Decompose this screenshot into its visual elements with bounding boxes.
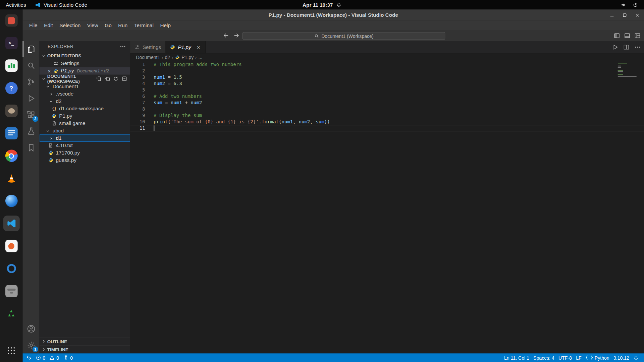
explorer-more-icon[interactable] [119,43,126,50]
tab-p1-py[interactable]: P1.py× [166,41,206,53]
tree-item-document1[interactable]: Document1 [40,83,130,90]
back-arrow-icon[interactable] [223,33,229,39]
more-icon[interactable] [634,44,641,51]
open-editor-settings[interactable]: Settings [40,60,130,67]
menu-selection[interactable]: Selection [56,22,84,29]
tree-item-abcd[interactable]: abcd [40,127,130,134]
code-line-7[interactable]: 7sum = num1 + num2 [130,100,644,106]
forward-arrow-icon[interactable] [233,33,239,39]
system-tray[interactable] [621,2,644,8]
close-button[interactable] [635,12,640,17]
status-cursor-position[interactable]: Ln 11, Col 1 [502,355,531,360]
activity-search[interactable] [22,57,39,74]
new-folder-icon[interactable] [104,76,110,81]
status-errors[interactable]: 0 [34,353,47,362]
refresh-icon[interactable] [113,76,119,81]
dock-blue-globe-app-icon[interactable] [3,193,19,208]
breadcrumb-document1[interactable]: Document1 [136,55,160,60]
dock-archive-app-icon[interactable] [3,283,19,299]
section-outline[interactable]: OUTLINE [40,337,130,345]
tab-settings[interactable]: Settings [130,41,166,53]
minimize-button[interactable] [609,12,614,17]
activity-run-and-debug[interactable] [22,90,39,107]
menu-edit[interactable]: Edit [41,22,56,29]
menu-file[interactable]: File [26,22,41,29]
activity-accounts[interactable] [22,320,39,337]
status-ports-forwarded[interactable]: 0 [61,353,75,362]
dock-terminal-app-icon[interactable]: >_ [3,35,19,51]
activity-testing[interactable] [22,123,39,139]
dock-vscode-app-icon[interactable] [3,216,19,231]
tree-item-vscode[interactable]: .vscode [40,90,130,98]
code-line-8[interactable]: 8 [130,106,644,112]
activity-source-control[interactable] [22,74,39,90]
activity-explorer[interactable] [22,41,39,57]
workspace-header[interactable]: DOCUMENT1 (WORKSPACE) [40,75,130,83]
status-eol-sequence[interactable]: LF [574,355,584,360]
status-warnings[interactable]: 0 [47,353,61,362]
dock-recycle-app-icon[interactable] [3,306,19,321]
menu-view[interactable]: View [84,22,102,29]
activities-button[interactable]: Activities [6,2,26,8]
section-timeline[interactable]: TIMELINE [40,345,130,353]
focused-app-indicator[interactable]: Visual Studio Code [35,2,87,8]
status-encoding[interactable]: UTF-8 [556,355,574,360]
dock-vlc-app-icon[interactable] [3,171,19,186]
split-editor-icon[interactable] [623,44,630,51]
dock-orange-square-app-icon[interactable] [3,13,19,28]
close-icon[interactable]: × [46,68,53,74]
code-line-3[interactable]: 3num1 = 1.5 [130,74,644,80]
code-line-10[interactable]: 10print('The sum of {0} and {1} is {2}'.… [130,119,644,125]
menu-terminal[interactable]: Terminal [131,22,157,29]
customize-layout-icon[interactable] [634,33,641,39]
tree-item-d1[interactable]: d1 [40,134,130,142]
tree-item-d1-code-workspace[interactable]: {}d1.code-workspace [40,105,130,112]
dock-gimp-app-icon[interactable] [3,103,19,118]
toggle-sidebar-icon[interactable] [613,33,620,39]
breadcrumb-[interactable]: ... [198,55,202,60]
code-line-1[interactable]: 1# This program adds two numbers [130,61,644,68]
code-line-5[interactable]: 5 [130,87,644,93]
breadcrumb-p1-py[interactable]: P1.py [175,55,194,60]
command-center[interactable]: Document1 (Workspace) [242,32,445,40]
collapse-all-icon[interactable] [121,76,127,81]
tree-item-4-10-txt[interactable]: 4.10.txt [40,142,130,149]
activity-bookmarks[interactable] [22,139,39,156]
dock-impress-app-icon[interactable] [3,238,19,254]
code-line-11[interactable]: 11 [130,125,644,131]
status-remote-window[interactable] [24,353,34,362]
show-applications-icon[interactable] [3,343,19,359]
tree-item-d2[interactable]: d2 [40,98,130,105]
run-icon[interactable] [612,44,619,51]
dock-updater-app-icon[interactable] [3,261,19,276]
code-line-4[interactable]: 4num2 = 6.3 [130,80,644,87]
code-line-6[interactable]: 6# Add two numbers [130,93,644,100]
code-line-2[interactable]: 2 [130,68,644,74]
title-bar[interactable]: P1.py - Document1 (Workspace) - Visual S… [22,9,644,20]
dock-spreadsheet-app-icon[interactable] [3,58,19,73]
dock-chrome-app-icon[interactable] [3,148,19,164]
breadcrumb-d2[interactable]: d2 [165,55,170,60]
restore-button[interactable] [622,12,627,17]
minimap[interactable] [618,63,638,78]
tree-item-guess-py[interactable]: guess.py [40,157,130,164]
status-indentation[interactable]: Spaces: 4 [531,355,556,360]
menu-run[interactable]: Run [115,22,131,29]
open-editors-header[interactable]: OPEN EDITORS [40,52,130,60]
tree-item-small-game[interactable]: small game [40,120,130,127]
tree-item-171700-py[interactable]: 171700.py [40,149,130,157]
status-python-interpreter[interactable]: 3.10.12 [611,355,631,360]
code-editor[interactable]: 1# This program adds two numbers23num1 =… [130,61,644,353]
close-icon[interactable]: × [196,44,201,50]
status-notifications[interactable] [631,355,641,360]
toggle-panel-icon[interactable] [624,33,631,39]
dock-help-app-icon[interactable]: ? [3,80,19,96]
dock-writer-app-icon[interactable] [3,125,19,141]
status-language-mode[interactable]: { }Python [584,355,611,360]
activity-extensions[interactable]: 2 [22,107,39,123]
new-file-icon[interactable] [96,76,101,81]
activity-manage[interactable]: 1 [22,337,39,353]
menu-go[interactable]: Go [101,22,115,29]
clock[interactable]: Apr 11 10:37 [303,2,341,8]
code-line-9[interactable]: 9# Display the sum [130,112,644,119]
